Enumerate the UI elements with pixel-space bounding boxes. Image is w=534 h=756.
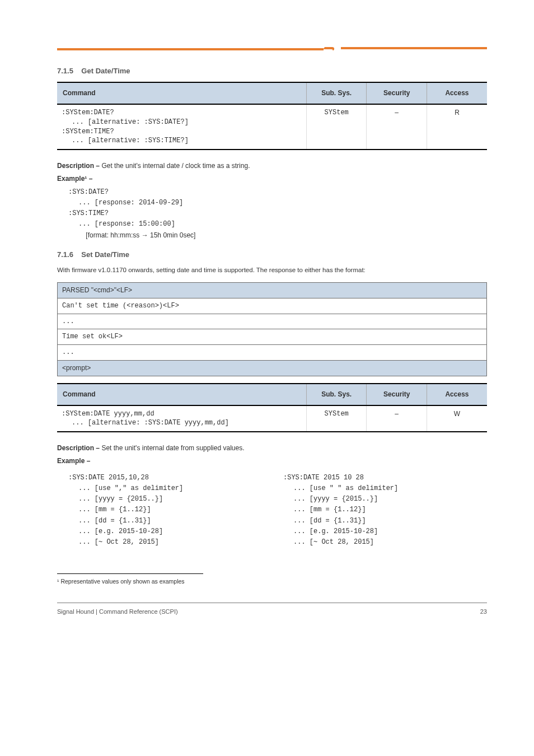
code-line: ... [mm = {1..12}] bbox=[68, 505, 272, 515]
col-header-subsys: Sub. Sys. bbox=[306, 82, 367, 104]
col-header-command: Command bbox=[57, 82, 306, 104]
response-format-table: PARSED "<cmd>"<LF> Can't set time (<reas… bbox=[57, 282, 487, 376]
section-intro: With firmware v1.0.1170 onwards, setting… bbox=[57, 265, 487, 274]
col-header-security: Security bbox=[367, 82, 427, 104]
code-line: ... [~ Oct 28, 2015] bbox=[68, 537, 272, 548]
cmd-date-alt: ... [alternative: :SYS:DATE?] bbox=[62, 118, 302, 127]
code-line: ... [mm = {1..12}] bbox=[283, 505, 487, 515]
code-line: :SYS:TIME? bbox=[68, 208, 487, 219]
command-table-set-datetime: Command Sub. Sys. Security Access :SYSte… bbox=[57, 383, 487, 432]
cell-access: R bbox=[427, 104, 487, 150]
example-code-right: :SYS:DATE 2015 10 28 ... [use " " as del… bbox=[283, 473, 487, 548]
section-title-set-datetime: 7.1.6 Set Date/Time bbox=[57, 250, 487, 260]
code-line: :SYS:DATE 2015 10 28 bbox=[283, 473, 487, 483]
resp-line: ... bbox=[58, 314, 487, 329]
resp-line: Time set ok<LF> bbox=[58, 329, 487, 345]
col-header-access: Access bbox=[427, 82, 487, 104]
cell-subsys: SYStem bbox=[306, 405, 367, 432]
example-label: Example – bbox=[57, 457, 90, 465]
code-line: ... [dd = {1..31}] bbox=[283, 516, 487, 526]
description-row: Description – Get the unit's internal da… bbox=[57, 161, 487, 171]
footer-page-number: 23 bbox=[480, 608, 487, 616]
code-line: ... [dd = {1..31}] bbox=[68, 516, 272, 526]
description-label: Description – bbox=[57, 162, 100, 170]
description-text: Set the unit's internal date from suppli… bbox=[101, 444, 244, 452]
resp-line: ... bbox=[58, 345, 487, 361]
code-line: ... [~ Oct 28, 2015] bbox=[283, 537, 487, 548]
code-line: [format: hh:mm:ss → 15h 0min 0sec] bbox=[68, 230, 487, 241]
col-header-access: Access bbox=[427, 384, 487, 405]
cmd-set-date-alt: ... [alternative: :SYS:DATE yyyy,mm,dd] bbox=[62, 418, 302, 428]
page-footer: Signal Hound | Command Reference (SCPI) … bbox=[57, 603, 487, 616]
code-line: :SYS:DATE? bbox=[68, 187, 487, 198]
cmd-time-alt: ... [alternative: :SYS:TIME?] bbox=[62, 136, 302, 146]
col-header-command: Command bbox=[57, 384, 306, 405]
code-line: ... [yyyy = {2015..}] bbox=[283, 494, 487, 505]
resp-footer: <prompt> bbox=[58, 360, 487, 376]
footnote-rule bbox=[57, 573, 203, 574]
resp-line: Can't set time (<reason>)<LF> bbox=[58, 298, 487, 314]
cmd-set-date: :SYStem:DATE yyyy,mm,dd bbox=[62, 409, 302, 419]
description-label: Description – bbox=[57, 444, 100, 452]
table-row: :SYStem:DATE? ... [alternative: :SYS:DAT… bbox=[57, 104, 487, 150]
resp-header: PARSED "<cmd>"<LF> bbox=[58, 282, 487, 298]
cell-access: W bbox=[427, 405, 487, 432]
example-code-set-columns: :SYS:DATE 2015,10,28 ... [use "," as del… bbox=[57, 469, 487, 557]
footnote-text: ¹ Representative values only shown as ex… bbox=[57, 577, 487, 586]
code-line: ... [response: 2014-09-29] bbox=[68, 198, 487, 208]
example-label: Example¹ – bbox=[57, 175, 92, 183]
section-title-get-datetime: 7.1.5 Get Date/Time bbox=[57, 66, 487, 76]
code-line: :SYS:DATE 2015,10,28 bbox=[68, 473, 272, 483]
cmd-date-q: :SYStem:DATE? bbox=[62, 108, 302, 118]
footer-left: Signal Hound | Command Reference (SCPI) bbox=[57, 608, 178, 616]
code-line: ... [e.g. 2015-10-28] bbox=[283, 526, 487, 537]
table-row: :SYStem:DATE yyyy,mm,dd ... [alternative… bbox=[57, 405, 487, 432]
command-table-get-datetime: Command Sub. Sys. Security Access :SYSte… bbox=[57, 82, 487, 150]
description-text: Get the unit's internal date / clock tim… bbox=[101, 162, 250, 170]
code-line: ... [use " " as delimiter] bbox=[283, 483, 487, 494]
cmd-time-q: :SYStem:TIME? bbox=[62, 127, 302, 137]
cell-subsys: SYStem bbox=[306, 104, 367, 150]
cell-security: – bbox=[367, 405, 427, 432]
header-rule bbox=[57, 47, 487, 50]
code-line: ... [use "," as delimiter] bbox=[68, 483, 272, 494]
code-line: ... [yyyy = {2015..}] bbox=[68, 494, 272, 505]
code-line: ... [response: 15:00:00] bbox=[68, 219, 487, 230]
col-header-security: Security bbox=[367, 384, 427, 405]
example-code-left: :SYS:DATE 2015,10,28 ... [use "," as del… bbox=[68, 473, 272, 548]
example-code-get: :SYS:DATE? ... [response: 2014-09-29] :S… bbox=[68, 187, 487, 241]
col-header-subsys: Sub. Sys. bbox=[306, 384, 367, 405]
cell-security: – bbox=[367, 104, 427, 150]
code-line: ... [e.g. 2015-10-28] bbox=[68, 526, 272, 537]
